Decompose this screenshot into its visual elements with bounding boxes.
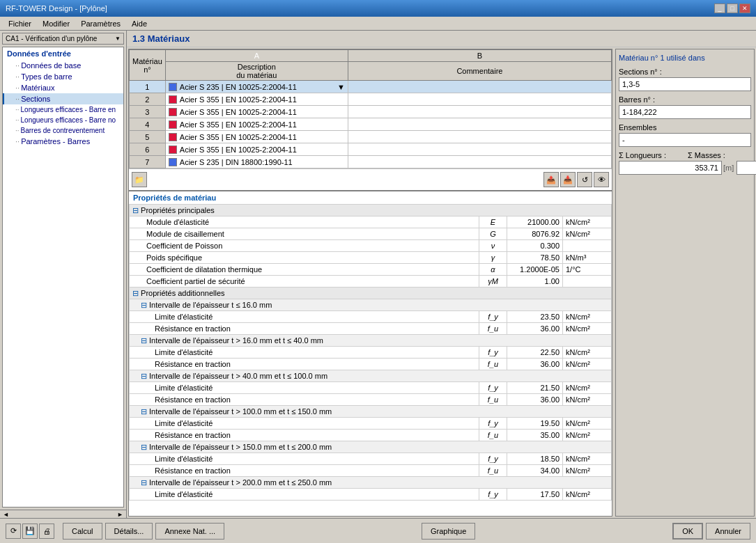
info-panel: Matériau n° 1 utilisé dans Sections n° :… [615,49,755,517]
color-swatch [169,95,177,104]
interval-prop-value: 19.50 [507,418,563,430]
sections-input[interactable] [619,77,751,91]
view-button[interactable]: 👁 [594,172,609,187]
calcul-button[interactable]: Calcul [63,523,102,540]
close-button[interactable]: ✕ [739,3,750,13]
ca-dropdown-arrow: ▼ [115,36,121,42]
export-button[interactable]: 📤 [543,172,559,187]
menu-modifier[interactable]: Modifier [37,18,75,29]
interval-toggle-2[interactable]: ⊟ [141,372,147,380]
graphique-button[interactable]: Graphique [422,523,475,540]
interval-header-row: ⊟ Intervalle de l'épaisseur t > 100.0 mm… [130,406,612,418]
prop-symbol: γM [479,276,507,288]
interval-prop-label: Limite d'élasticité [130,418,479,430]
table-row[interactable]: 7 Acier S 235 | DIN 18800:1990-11 [130,156,612,168]
table-row[interactable]: 5 Acier S 355 | EN 10025-2:2004-11 [130,131,612,143]
import-button[interactable]: 📁 [132,172,147,187]
interval-header-row: ⊟ Intervalle de l'épaisseur t > 40.0 mm … [130,370,612,382]
interval-prop-value: 36.00 [507,323,563,335]
interval-prop-unit: kN/cm² [563,382,612,394]
ensembles-label: Ensembles [619,123,751,132]
nav-item-longueurs-no[interactable]: ··Longueurs efficaces - Barre no [3,115,123,125]
interval-prop-symbol: f_u [479,359,507,370]
property-row: Coefficient partiel de sécurité γM 1.00 [130,276,612,288]
barres-label: Barres n° : [619,95,751,104]
table-row[interactable]: 6 Acier S 355 | EN 10025-2:2004-11 [130,143,612,156]
prop-unit: 1/°C [563,264,612,276]
minimize-button[interactable]: _ [714,3,725,13]
annexe-button[interactable]: Annexe Nat. ... [155,523,224,540]
interval-prop-unit: kN/cm² [563,359,612,370]
interval-prop-symbol: f_u [479,430,507,441]
interval-toggle-5[interactable]: ⊟ [141,478,147,487]
scroll-right[interactable]: ► [117,511,123,518]
import2-button[interactable]: 📥 [560,172,576,187]
nav-item-barres-contreventement[interactable]: ··Barres de contreventement [3,125,123,136]
annuler-button[interactable]: Annuler [706,523,750,540]
interval-toggle-4[interactable]: ⊟ [141,443,147,451]
main-section-toggle[interactable]: ⊟ [132,206,139,214]
prop-value: 1.2000E-05 [507,264,563,276]
ok-button[interactable]: OK [672,523,703,540]
nav-item-materiaux[interactable]: ··Matériaux [3,82,123,93]
interval-prop-value: 36.00 [507,359,563,370]
nav-item-types-barre[interactable]: ··Types de barre [3,71,123,82]
interval-prop-unit: kN/cm² [563,453,612,465]
table-row[interactable]: 2 Acier S 355 | EN 10025-2:2004-11 [130,93,612,106]
interval-header-row: ⊟ Intervalle de l'épaisseur t > 16.0 mm … [130,335,612,347]
details-button[interactable]: Détails... [105,523,153,540]
interval-title-0: Intervalle de l'épaisseur t ≤ 16.0 mm [149,301,272,309]
ensembles-input[interactable] [619,133,751,147]
ensembles-group: Ensembles [619,123,751,147]
menu-parametres[interactable]: Paramètres [75,18,126,29]
nav-item-donnees-base[interactable]: ··Données de base [3,60,123,71]
interval-prop-label: Résistance en traction [130,465,479,477]
table-row[interactable]: 3 Acier S 355 | EN 10025-2:2004-11 [130,106,612,118]
add-section-toggle[interactable]: ⊟ [132,289,139,297]
interval-prop-unit: kN/cm² [563,430,612,441]
interval-property-row: Résistance en traction f_u 36.00 kN/cm² [130,359,612,370]
material-name: Acier S 235 | DIN 18800:1990-11 [180,158,293,166]
longueur-unit: [m] [723,164,734,172]
material-name: Acier S 355 | EN 10025-2:2004-11 [180,108,297,116]
col-b-desc-header: Commentaire [348,62,611,81]
longueur-input[interactable] [619,161,722,175]
table-row[interactable]: 4 Acier S 355 | EN 10025-2:2004-11 [130,118,612,131]
interval-prop-label: Limite d'élasticité [130,311,479,323]
status-btn-3[interactable]: 🖨 [39,524,54,539]
bottom-toolbar: ⟳ 💾 🖨 Calcul Détails... Annexe Nat. ... … [0,518,756,543]
prop-value: 8076.92 [507,228,563,240]
status-btn-1[interactable]: ⟳ [6,524,21,539]
color-swatch [169,133,177,141]
ca-selector[interactable]: CA1 - Vérification d'un pylône ▼ [2,33,124,45]
dropdown-trigger[interactable]: ▼ [337,83,345,91]
interval-prop-symbol: f_y [479,311,507,323]
interval-prop-symbol: f_u [479,323,507,335]
prop-symbol: ν [479,240,507,252]
interval-property-row: Résistance en traction f_u 36.00 kN/cm² [130,394,612,406]
barres-input[interactable] [619,105,751,119]
menu-fichier[interactable]: Fichier [3,18,37,29]
table-row[interactable]: 1 Acier S 235 | EN 10025-2:2004-11 ▼ [130,81,612,93]
masses-input[interactable] [736,161,756,175]
interval-toggle-0[interactable]: ⊟ [141,301,147,309]
nav-item-longueurs-en[interactable]: ··Longueurs efficaces - Barre en [3,104,123,115]
interval-prop-value: 22.50 [507,347,563,359]
status-btn-2[interactable]: 💾 [22,524,38,539]
interval-property-row: Limite d'élasticité f_y 19.50 kN/cm² [130,418,612,430]
interval-toggle-1[interactable]: ⊟ [141,336,147,345]
nav-item-parametres-barres[interactable]: ··Paramètres - Barres [3,136,123,147]
prop-label: Coefficient de Poisson [130,240,479,252]
scroll-left[interactable]: ◄ [3,511,9,518]
maximize-button[interactable]: □ [727,3,738,13]
interval-toggle-3[interactable]: ⊟ [141,407,147,416]
property-row: Module d'élasticité E 21000.00 kN/cm² [130,217,612,228]
nav-item-sections[interactable]: ··Sections [3,93,123,104]
refresh-button[interactable]: ↺ [577,172,592,187]
interval-prop-unit: kN/cm² [563,311,612,323]
title-bar: RF-TOWER Design - [Pylône] _ □ ✕ [0,0,756,17]
prop-label: Coefficient de dilatation thermique [130,264,479,276]
interval-prop-unit: kN/cm² [563,418,612,430]
color-swatch [169,120,177,129]
menu-aide[interactable]: Aide [126,18,153,29]
